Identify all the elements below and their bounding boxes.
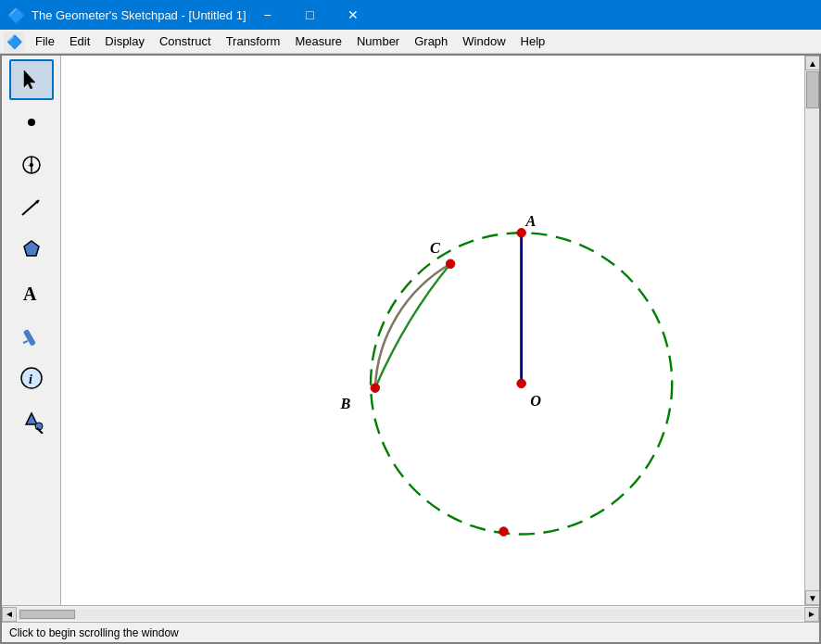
point-C xyxy=(446,259,455,269)
custom-tool[interactable] xyxy=(9,400,54,441)
menu-item-graph[interactable]: Graph xyxy=(407,32,455,52)
point-tool[interactable] xyxy=(9,102,54,143)
work-area: + A xyxy=(2,56,819,605)
svg-marker-15 xyxy=(26,413,37,424)
svg-line-7 xyxy=(22,200,39,215)
menu-item-construct[interactable]: Construct xyxy=(152,32,219,52)
menu-item-transform[interactable]: Transform xyxy=(219,32,288,52)
svg-text:+: + xyxy=(28,161,32,170)
h-scroll-thumb[interactable] xyxy=(19,610,75,619)
window-controls: − □ ✕ xyxy=(246,0,374,30)
point-B xyxy=(371,384,380,393)
polygon-tool[interactable] xyxy=(9,230,54,271)
title-bar: 🔷 The Geometer's Sketchpad - [Untitled 1… xyxy=(0,0,821,30)
text-tool[interactable]: A xyxy=(9,272,54,313)
status-message: Click to begin scrolling the window xyxy=(9,626,179,639)
menu-bar: 🔷 File Edit Display Construct Transform … xyxy=(0,30,821,54)
info-tool[interactable]: i xyxy=(9,358,54,398)
compass-tool[interactable]: + xyxy=(9,145,54,185)
bottom-bar: ◄ ► xyxy=(2,605,819,622)
close-button[interactable]: ✕ xyxy=(332,0,374,30)
h-scroll-track xyxy=(18,609,803,620)
title-text: The Geometer's Sketchpad - [Untitled 1] xyxy=(32,8,246,22)
point-bottom xyxy=(499,527,509,537)
svg-text:i: i xyxy=(29,373,32,386)
menu-item-measure[interactable]: Measure xyxy=(287,32,349,52)
menu-logo: 🔷 xyxy=(4,32,24,52)
arc-line-bc xyxy=(375,264,450,388)
sketch-svg: A O B C xyxy=(61,56,804,605)
main-window: + A xyxy=(0,54,821,644)
label-C: C xyxy=(430,240,440,257)
menu-item-window[interactable]: Window xyxy=(455,32,512,52)
svg-point-2 xyxy=(28,119,35,126)
h-scrollbar[interactable]: ◄ ► xyxy=(2,606,819,622)
menu-item-edit[interactable]: Edit xyxy=(62,32,97,52)
scroll-left-arrow[interactable]: ◄ xyxy=(2,607,17,622)
svg-text:A: A xyxy=(23,284,37,304)
menu-item-number[interactable]: Number xyxy=(349,32,407,52)
svg-rect-11 xyxy=(22,329,35,347)
menu-item-display[interactable]: Display xyxy=(97,32,152,52)
minimize-button[interactable]: − xyxy=(246,0,289,30)
menu-item-help[interactable]: Help xyxy=(513,32,553,52)
scroll-track-right xyxy=(805,70,819,590)
toolbar: + A xyxy=(2,56,61,605)
label-B: B xyxy=(340,396,351,412)
svg-marker-0 xyxy=(24,70,35,89)
arc-bc-green xyxy=(375,264,450,388)
menu-item-file[interactable]: File xyxy=(28,32,62,52)
arc-bc xyxy=(375,264,450,388)
scrollbar-right[interactable]: ▲ ▼ xyxy=(804,56,819,605)
scroll-up-arrow[interactable]: ▲ xyxy=(805,56,819,70)
svg-line-12 xyxy=(23,341,28,343)
point-O xyxy=(517,379,526,388)
app-icon: 🔷 xyxy=(7,6,26,24)
line-tool[interactable] xyxy=(9,187,54,228)
svg-marker-9 xyxy=(24,241,39,256)
label-O: O xyxy=(530,393,541,410)
select-tool[interactable] xyxy=(9,59,54,100)
scroll-right-arrow[interactable]: ► xyxy=(804,607,819,622)
marker-tool[interactable] xyxy=(9,315,54,356)
canvas-area[interactable]: A O B C xyxy=(61,56,804,605)
scroll-thumb-right[interactable] xyxy=(806,71,819,108)
label-A: A xyxy=(524,213,536,230)
point-A xyxy=(517,229,526,238)
maximize-button[interactable]: □ xyxy=(289,0,332,30)
scroll-down-arrow[interactable]: ▼ xyxy=(805,590,819,605)
status-bar: Click to begin scrolling the window xyxy=(2,622,819,642)
